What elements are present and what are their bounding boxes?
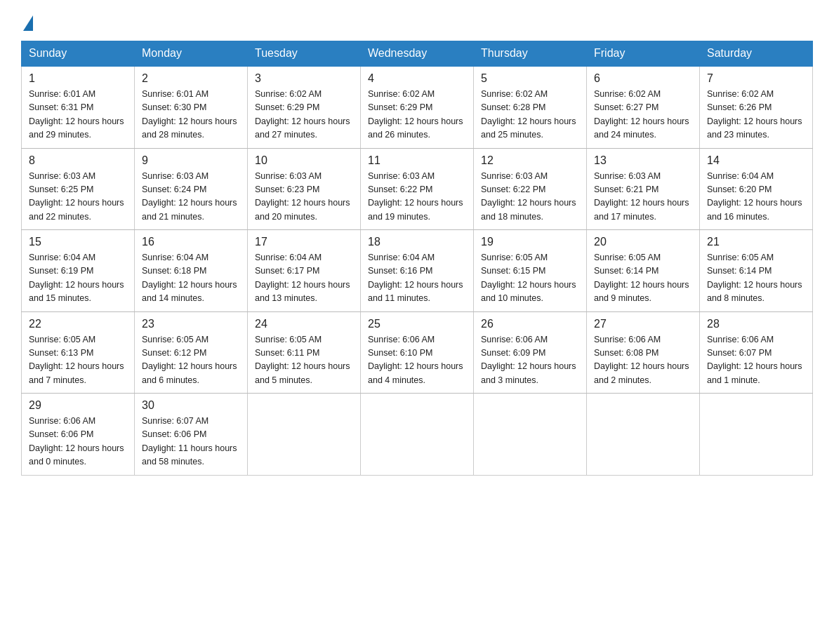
- calendar-cell: [248, 394, 361, 476]
- day-number: 28: [707, 318, 805, 330]
- calendar-cell: 19 Sunrise: 6:05 AMSunset: 6:15 PMDaylig…: [474, 230, 587, 312]
- calendar-cell: 16 Sunrise: 6:04 AMSunset: 6:18 PMDaylig…: [135, 230, 248, 312]
- day-number: 2: [142, 72, 240, 85]
- calendar-cell: 14 Sunrise: 6:04 AMSunset: 6:20 PMDaylig…: [700, 148, 813, 230]
- calendar-cell: 18 Sunrise: 6:04 AMSunset: 6:16 PMDaylig…: [361, 230, 474, 312]
- day-number: 1: [29, 72, 127, 85]
- day-info: Sunrise: 6:05 AMSunset: 6:12 PMDaylight:…: [142, 335, 237, 385]
- day-info: Sunrise: 6:03 AMSunset: 6:22 PMDaylight:…: [368, 171, 463, 222]
- header-cell-tuesday: Tuesday: [248, 41, 361, 67]
- header-cell-saturday: Saturday: [700, 41, 813, 67]
- calendar-cell: 28 Sunrise: 6:06 AMSunset: 6:07 PMDaylig…: [700, 311, 813, 394]
- calendar-cell: 11 Sunrise: 6:03 AMSunset: 6:22 PMDaylig…: [361, 148, 474, 230]
- header-row: SundayMondayTuesdayWednesdayThursdayFrid…: [22, 41, 813, 67]
- day-info: Sunrise: 6:06 AMSunset: 6:10 PMDaylight:…: [368, 335, 463, 385]
- day-number: 20: [594, 236, 692, 248]
- day-info: Sunrise: 6:02 AMSunset: 6:26 PMDaylight:…: [707, 89, 802, 140]
- calendar-cell: 20 Sunrise: 6:05 AMSunset: 6:14 PMDaylig…: [587, 230, 700, 312]
- day-info: Sunrise: 6:05 AMSunset: 6:11 PMDaylight:…: [255, 335, 350, 385]
- calendar-cell: 24 Sunrise: 6:05 AMSunset: 6:11 PMDaylig…: [248, 311, 361, 394]
- day-info: Sunrise: 6:03 AMSunset: 6:22 PMDaylight:…: [481, 171, 576, 222]
- calendar-cell: 27 Sunrise: 6:06 AMSunset: 6:08 PMDaylig…: [587, 311, 700, 394]
- day-number: 18: [368, 236, 466, 248]
- day-number: 8: [29, 154, 127, 167]
- calendar-cell: 7 Sunrise: 6:02 AMSunset: 6:26 PMDayligh…: [700, 66, 813, 148]
- calendar-cell: 30 Sunrise: 6:07 AMSunset: 6:06 PMDaylig…: [135, 394, 248, 476]
- calendar-cell: 3 Sunrise: 6:02 AMSunset: 6:29 PMDayligh…: [248, 66, 361, 148]
- calendar-cell: 9 Sunrise: 6:03 AMSunset: 6:24 PMDayligh…: [135, 148, 248, 230]
- header-cell-sunday: Sunday: [22, 41, 135, 67]
- day-info: Sunrise: 6:04 AMSunset: 6:17 PMDaylight:…: [255, 253, 350, 303]
- calendar-cell: 21 Sunrise: 6:05 AMSunset: 6:14 PMDaylig…: [700, 230, 813, 312]
- calendar-cell: 8 Sunrise: 6:03 AMSunset: 6:25 PMDayligh…: [22, 148, 135, 230]
- day-info: Sunrise: 6:03 AMSunset: 6:24 PMDaylight:…: [142, 171, 237, 222]
- calendar-cell: 13 Sunrise: 6:03 AMSunset: 6:21 PMDaylig…: [587, 148, 700, 230]
- logo-top: [21, 14, 33, 31]
- calendar-cell: 1 Sunrise: 6:01 AMSunset: 6:31 PMDayligh…: [22, 66, 135, 148]
- calendar-cell: [474, 394, 587, 476]
- calendar-table: SundayMondayTuesdayWednesdayThursdayFrid…: [21, 41, 813, 476]
- calendar-cell: 25 Sunrise: 6:06 AMSunset: 6:10 PMDaylig…: [361, 311, 474, 394]
- day-number: 10: [255, 154, 353, 167]
- day-number: 27: [594, 318, 692, 330]
- day-number: 7: [707, 72, 805, 85]
- day-number: 19: [481, 236, 579, 248]
- calendar-cell: [587, 394, 700, 476]
- day-number: 21: [707, 236, 805, 248]
- day-info: Sunrise: 6:02 AMSunset: 6:27 PMDaylight:…: [594, 89, 689, 140]
- calendar-header: SundayMondayTuesdayWednesdayThursdayFrid…: [22, 41, 813, 67]
- day-info: Sunrise: 6:05 AMSunset: 6:14 PMDaylight:…: [707, 253, 802, 303]
- day-info: Sunrise: 6:04 AMSunset: 6:16 PMDaylight:…: [368, 253, 463, 303]
- calendar-body: 1 Sunrise: 6:01 AMSunset: 6:31 PMDayligh…: [22, 66, 813, 475]
- calendar-cell: 22 Sunrise: 6:05 AMSunset: 6:13 PMDaylig…: [22, 311, 135, 394]
- calendar-cell: 15 Sunrise: 6:04 AMSunset: 6:19 PMDaylig…: [22, 230, 135, 312]
- header-cell-thursday: Thursday: [474, 41, 587, 67]
- day-info: Sunrise: 6:04 AMSunset: 6:20 PMDaylight:…: [707, 171, 802, 222]
- week-row-2: 8 Sunrise: 6:03 AMSunset: 6:25 PMDayligh…: [22, 148, 813, 230]
- day-info: Sunrise: 6:02 AMSunset: 6:29 PMDaylight:…: [368, 89, 463, 140]
- day-number: 15: [29, 236, 127, 248]
- day-number: 29: [29, 399, 127, 412]
- week-row-5: 29 Sunrise: 6:06 AMSunset: 6:06 PMDaylig…: [22, 394, 813, 476]
- calendar-cell: 6 Sunrise: 6:02 AMSunset: 6:27 PMDayligh…: [587, 66, 700, 148]
- calendar-cell: 5 Sunrise: 6:02 AMSunset: 6:28 PMDayligh…: [474, 66, 587, 148]
- week-row-4: 22 Sunrise: 6:05 AMSunset: 6:13 PMDaylig…: [22, 311, 813, 394]
- week-row-1: 1 Sunrise: 6:01 AMSunset: 6:31 PMDayligh…: [22, 66, 813, 148]
- day-info: Sunrise: 6:03 AMSunset: 6:25 PMDaylight:…: [29, 171, 124, 222]
- page-header: [21, 14, 813, 28]
- day-info: Sunrise: 6:05 AMSunset: 6:15 PMDaylight:…: [481, 253, 576, 303]
- day-number: 3: [255, 72, 353, 85]
- day-number: 17: [255, 236, 353, 248]
- day-number: 30: [142, 399, 240, 412]
- day-info: Sunrise: 6:06 AMSunset: 6:09 PMDaylight:…: [481, 335, 576, 385]
- day-number: 25: [368, 318, 466, 330]
- day-number: 9: [142, 154, 240, 167]
- day-number: 16: [142, 236, 240, 248]
- day-info: Sunrise: 6:04 AMSunset: 6:19 PMDaylight:…: [29, 253, 124, 303]
- day-number: 5: [481, 72, 579, 85]
- day-info: Sunrise: 6:05 AMSunset: 6:14 PMDaylight:…: [594, 253, 689, 303]
- day-info: Sunrise: 6:06 AMSunset: 6:08 PMDaylight:…: [594, 335, 689, 385]
- week-row-3: 15 Sunrise: 6:04 AMSunset: 6:19 PMDaylig…: [22, 230, 813, 312]
- day-number: 22: [29, 318, 127, 330]
- day-number: 24: [255, 318, 353, 330]
- logo-triangle-icon: [23, 15, 33, 31]
- day-info: Sunrise: 6:03 AMSunset: 6:21 PMDaylight:…: [594, 171, 689, 222]
- day-info: Sunrise: 6:03 AMSunset: 6:23 PMDaylight:…: [255, 171, 350, 222]
- calendar-cell: 23 Sunrise: 6:05 AMSunset: 6:12 PMDaylig…: [135, 311, 248, 394]
- day-number: 26: [481, 318, 579, 330]
- day-number: 13: [594, 154, 692, 167]
- day-info: Sunrise: 6:07 AMSunset: 6:06 PMDaylight:…: [142, 416, 237, 467]
- day-number: 14: [707, 154, 805, 167]
- day-info: Sunrise: 6:05 AMSunset: 6:13 PMDaylight:…: [29, 335, 124, 385]
- day-info: Sunrise: 6:02 AMSunset: 6:28 PMDaylight:…: [481, 89, 576, 140]
- header-cell-monday: Monday: [135, 41, 248, 67]
- day-info: Sunrise: 6:01 AMSunset: 6:31 PMDaylight:…: [29, 89, 124, 140]
- day-number: 11: [368, 154, 466, 167]
- calendar-cell: 10 Sunrise: 6:03 AMSunset: 6:23 PMDaylig…: [248, 148, 361, 230]
- day-number: 4: [368, 72, 466, 85]
- calendar-cell: 17 Sunrise: 6:04 AMSunset: 6:17 PMDaylig…: [248, 230, 361, 312]
- logo: [21, 14, 33, 28]
- day-info: Sunrise: 6:06 AMSunset: 6:07 PMDaylight:…: [707, 335, 802, 385]
- day-info: Sunrise: 6:04 AMSunset: 6:18 PMDaylight:…: [142, 253, 237, 303]
